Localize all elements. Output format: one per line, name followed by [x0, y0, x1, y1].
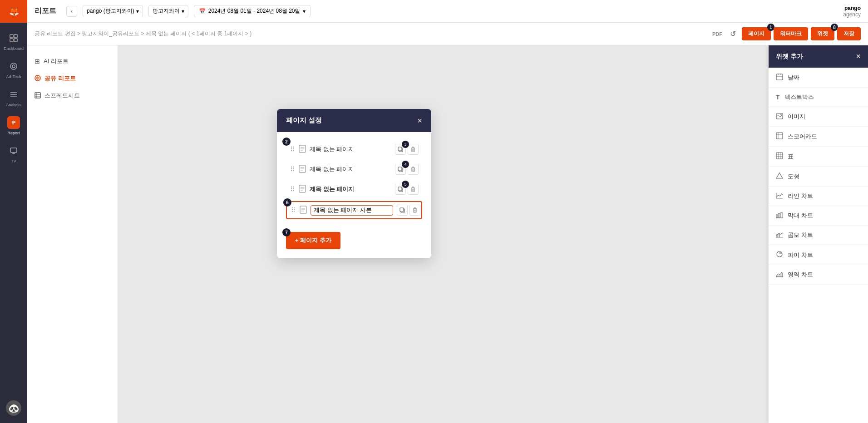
- svg-point-62: [291, 190, 292, 191]
- widget-label-shape: 도형: [788, 172, 799, 181]
- svg-text:🦊: 🦊: [9, 7, 20, 17]
- svg-point-44: [291, 168, 292, 169]
- page-copy-btn-1[interactable]: 3: [395, 144, 406, 155]
- logo: 🦊: [0, 0, 27, 23]
- widget-item-combo-chart[interactable]: 콤보 차트: [769, 226, 868, 245]
- drag-handle-4[interactable]: [291, 207, 296, 214]
- drag-handle-1[interactable]: [290, 146, 295, 153]
- widget-item-bar-chart[interactable]: 막대 차트: [769, 206, 868, 226]
- svg-point-28: [291, 148, 292, 149]
- page-button[interactable]: 1 페이지: [742, 27, 771, 40]
- save-button[interactable]: 저장: [837, 27, 861, 40]
- widget-item-area-chart[interactable]: 영역 차트: [769, 265, 868, 285]
- svg-rect-53: [398, 167, 402, 171]
- widget-label-scorecard: 스코어카드: [788, 133, 817, 141]
- svg-point-42: [291, 166, 292, 167]
- sidebar-item-report[interactable]: Report: [0, 112, 27, 138]
- page-settings-modal: 페이지 설정 × 2 제목 없는 페이지 3: [277, 109, 431, 258]
- add-page-label: + 페이지 추가: [295, 236, 331, 245]
- user-role: agency: [843, 11, 861, 18]
- svg-point-46: [291, 170, 292, 171]
- widget-item-scorecard[interactable]: 스코어카드: [769, 127, 868, 147]
- report-label: Report: [7, 131, 20, 135]
- page-delete-btn-2[interactable]: [408, 164, 419, 175]
- page-name-input[interactable]: [311, 205, 393, 216]
- svg-point-45: [293, 168, 294, 169]
- svg-point-77: [294, 209, 295, 210]
- top-header: 리포트 ‹ pango (팡고지와이) ▾ 팡고지와이 ▾ 📅 2024년 08…: [27, 0, 868, 23]
- page-delete-btn-3[interactable]: [408, 184, 419, 195]
- page-copy-btn-3[interactable]: 5: [395, 184, 406, 195]
- account-selector-chevron: ▾: [136, 8, 139, 15]
- refresh-button[interactable]: ↺: [726, 28, 739, 40]
- svg-point-26: [291, 146, 292, 147]
- page-delete-btn-4[interactable]: [409, 205, 420, 216]
- svg-rect-15: [10, 148, 17, 152]
- widget-item-shape[interactable]: 도형: [769, 167, 868, 187]
- svg-point-60: [291, 188, 292, 189]
- add-page-button[interactable]: 7 + 페이지 추가: [286, 232, 340, 249]
- page-row-3: 제목 없는 페이지 5: [286, 181, 422, 197]
- svg-point-95: [781, 114, 782, 115]
- pdf-button[interactable]: PDF: [711, 28, 724, 40]
- area-chart-widget-icon: [776, 271, 783, 279]
- breadcrumb-sep4: >: [245, 30, 250, 37]
- page-row-4: 6: [286, 201, 422, 219]
- widget-button[interactable]: 8 위젯: [811, 27, 834, 40]
- main-wrap: 리포트 ‹ pango (팡고지와이) ▾ 팡고지와이 ▾ 📅 2024년 08…: [27, 0, 868, 423]
- date-range-label: 2024년 08월 01일 - 2024년 08월 20일: [208, 7, 301, 15]
- page-btn-label: 페이지: [748, 30, 764, 37]
- sidebar-item-adtech[interactable]: Ad-Tech: [0, 55, 27, 82]
- account-selector-label: pango (팡고지와이): [87, 7, 134, 15]
- sidebar-item-dashboard[interactable]: Dashboard: [0, 27, 27, 54]
- line-chart-widget-icon: [776, 192, 783, 200]
- svg-rect-107: [776, 215, 778, 218]
- widget-item-date[interactable]: 날짜: [769, 68, 868, 88]
- modal-close-button[interactable]: ×: [417, 117, 422, 125]
- nav-back-button[interactable]: ‹: [66, 6, 77, 17]
- sidebar-item-tv[interactable]: TV: [0, 140, 27, 166]
- svg-rect-69: [398, 187, 402, 191]
- svg-rect-54: [412, 168, 414, 172]
- channel-selector[interactable]: 팡고지와이 ▾: [148, 5, 188, 17]
- svg-rect-90: [776, 74, 783, 80]
- widget-item-line-chart[interactable]: 라인 차트: [769, 187, 868, 206]
- widget-item-image[interactable]: 이미지: [769, 107, 868, 127]
- page-delete-btn-1[interactable]: [408, 144, 419, 155]
- date-range-picker[interactable]: 📅 2024년 08월 01일 - 2024년 08월 20일 ▾: [194, 5, 311, 17]
- widget-label-textbox: 텍스트박스: [784, 93, 814, 101]
- sidebar-item-analysis[interactable]: Analysis: [0, 84, 27, 110]
- save-btn-label: 저장: [843, 30, 854, 37]
- step-badge-4: 4: [402, 161, 409, 168]
- page-actions-4: [397, 205, 420, 216]
- nav-item-ai-report[interactable]: ⊞ AI 리포트: [27, 53, 118, 70]
- svg-point-29: [293, 148, 294, 149]
- nav-item-spreadsheet[interactable]: 스프레드시트: [27, 87, 118, 104]
- drag-handle-3[interactable]: [290, 186, 295, 193]
- widget-btn-label: 위젯: [817, 30, 828, 37]
- svg-point-27: [293, 146, 294, 147]
- page-label-1: 제목 없는 페이지: [310, 145, 391, 153]
- page-copy-btn-4[interactable]: [397, 205, 408, 216]
- channel-selector-chevron: ▾: [182, 8, 184, 15]
- shared-report-icon: [35, 75, 41, 83]
- widget-item-pie-chart[interactable]: 파이 차트: [769, 245, 868, 265]
- breadcrumb-close: ): [250, 30, 252, 37]
- nav-item-shared-report[interactable]: 공유 리포트: [27, 70, 118, 87]
- widget-item-table[interactable]: 표: [769, 147, 868, 167]
- avatar[interactable]: 🐼: [6, 400, 21, 416]
- account-selector[interactable]: pango (팡고지와이) ▾: [83, 5, 143, 17]
- svg-point-78: [292, 211, 293, 212]
- widget-panel-close-button[interactable]: ×: [856, 52, 861, 61]
- drag-handle-2[interactable]: [290, 166, 295, 173]
- calendar-icon: 📅: [199, 8, 206, 15]
- page-actions-2: 4: [395, 164, 419, 175]
- step-badge-3: 3: [402, 141, 409, 148]
- svg-rect-2: [10, 34, 13, 38]
- page-copy-btn-2[interactable]: 4: [395, 164, 406, 175]
- svg-rect-5: [14, 39, 17, 42]
- widget-item-textbox[interactable]: T 텍스트박스: [769, 88, 868, 107]
- svg-rect-108: [779, 213, 780, 218]
- widget-panel: 위젯 추가 × 날짜 T 텍스트박스 이미지: [768, 45, 868, 423]
- watermark-button[interactable]: 워터마크: [774, 27, 808, 40]
